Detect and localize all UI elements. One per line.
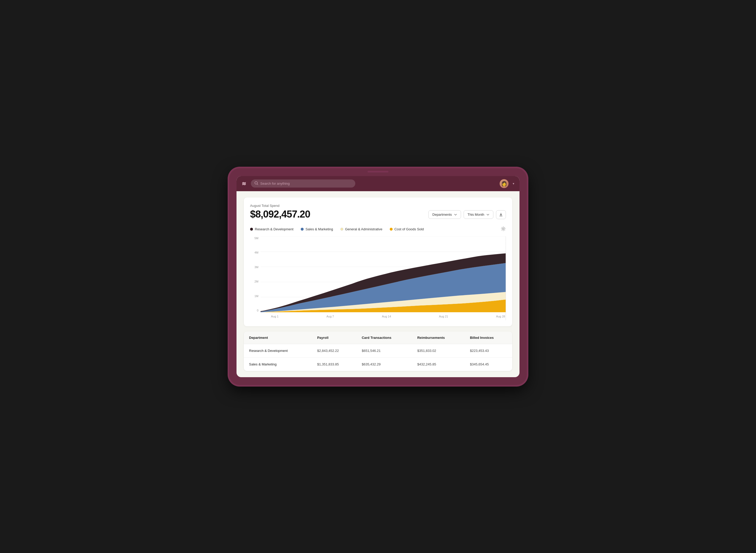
search-icon	[255, 181, 258, 186]
legend-dot-sm	[301, 228, 303, 231]
y-label-1m: 1M	[250, 295, 259, 298]
y-label-4m: 4M	[250, 251, 259, 254]
legend-dot-ga	[340, 228, 343, 231]
navbar: ≋ 👩 ▾	[236, 176, 520, 191]
spend-header: $8,092,457.20 Departments This Month	[250, 209, 506, 220]
legend-label-rd: Research & Development	[255, 227, 293, 231]
col-header-reimbursements: Reimbursements	[412, 331, 465, 344]
legend-label-cogs: Cost of Goods Sold	[395, 227, 424, 231]
svg-point-2	[502, 228, 504, 230]
x-label-aug1: Aug 1	[271, 315, 279, 318]
chevron-down-icon: ▾	[513, 182, 514, 185]
table-header-row: Department Payroll Card Transactions Rei…	[244, 331, 512, 344]
cell-card-1: $651,546.21	[357, 344, 412, 358]
spend-table: Department Payroll Card Transactions Rei…	[244, 331, 512, 371]
svg-line-1	[257, 184, 258, 185]
cell-reimburse-2: $432,245.85	[412, 358, 465, 371]
cell-card-2: $635,432.29	[357, 358, 412, 371]
chart-container: 5M 4M 3M 2M 1M 0	[250, 237, 506, 320]
legend-item-sm: Sales & Marketing	[301, 227, 333, 231]
settings-icon[interactable]	[501, 226, 506, 232]
spend-amount: $8,092,457.20	[250, 209, 310, 220]
spend-controls: Departments This Month	[428, 210, 506, 219]
y-axis-labels: 5M 4M 3M 2M 1M 0	[250, 237, 261, 312]
col-header-department: Department	[244, 331, 312, 344]
y-label-3m: 3M	[250, 265, 259, 269]
col-header-billed-invoices: Billed Invoices	[465, 331, 512, 344]
table-row: Research & Development $2,843,452.22 $65…	[244, 344, 512, 358]
spend-card: August Total Spend $8,092,457.20 Departm…	[244, 198, 512, 326]
y-label-0: 0	[250, 309, 259, 312]
this-month-dropdown[interactable]: This Month	[464, 210, 493, 219]
x-label-aug14: Aug 14	[382, 315, 391, 318]
cell-payroll-1: $2,843,452.22	[312, 344, 357, 358]
x-label-aug21: Aug 21	[439, 315, 448, 318]
legend-item-ga: General & Administrative	[340, 227, 383, 231]
legend: Research & Development Sales & Marketing…	[250, 226, 506, 232]
search-bar[interactable]	[251, 179, 355, 187]
chart-area	[261, 237, 506, 312]
cell-invoices-2: $345,654.45	[465, 358, 512, 371]
device-frame: ≋ 👩 ▾ August Total Spend	[229, 168, 527, 385]
cell-department-1: Research & Development	[244, 344, 312, 358]
col-header-card-transactions: Card Transactions	[357, 331, 412, 344]
cell-payroll-2: $1,351,833.85	[312, 358, 357, 371]
y-label-2m: 2M	[250, 280, 259, 283]
departments-dropdown[interactable]: Departments	[428, 210, 461, 219]
table-row: Sales & Marketing $1,351,833.85 $635,432…	[244, 358, 512, 371]
screen: ≋ 👩 ▾ August Total Spend	[236, 176, 520, 377]
cell-reimburse-1: $351,833.02	[412, 344, 465, 358]
legend-label-ga: General & Administrative	[345, 227, 383, 231]
cell-invoices-1: $223,453.43	[465, 344, 512, 358]
table-card: Department Payroll Card Transactions Rei…	[244, 331, 512, 371]
avatar[interactable]: 👩	[500, 179, 508, 188]
legend-item-rd: Research & Development	[250, 227, 293, 231]
y-label-5m: 5M	[250, 237, 259, 240]
download-button[interactable]	[496, 210, 506, 219]
main-content: August Total Spend $8,092,457.20 Departm…	[236, 191, 520, 377]
legend-label-sm: Sales & Marketing	[305, 227, 333, 231]
search-input[interactable]	[260, 181, 352, 185]
x-label-aug7: Aug 7	[326, 315, 334, 318]
legend-dot-rd	[250, 228, 253, 231]
cell-department-2: Sales & Marketing	[244, 358, 312, 371]
x-label-aug28: Aug 28	[496, 315, 505, 318]
col-header-payroll: Payroll	[312, 331, 357, 344]
nav-logo: ≋	[242, 180, 247, 187]
x-axis-labels: Aug 1 Aug 7 Aug 14 Aug 21 Aug 28	[261, 313, 506, 320]
legend-item-cogs: Cost of Goods Sold	[390, 227, 424, 231]
spend-label: August Total Spend	[250, 204, 506, 208]
chart-svg	[261, 237, 506, 312]
legend-dot-cogs	[390, 228, 393, 231]
